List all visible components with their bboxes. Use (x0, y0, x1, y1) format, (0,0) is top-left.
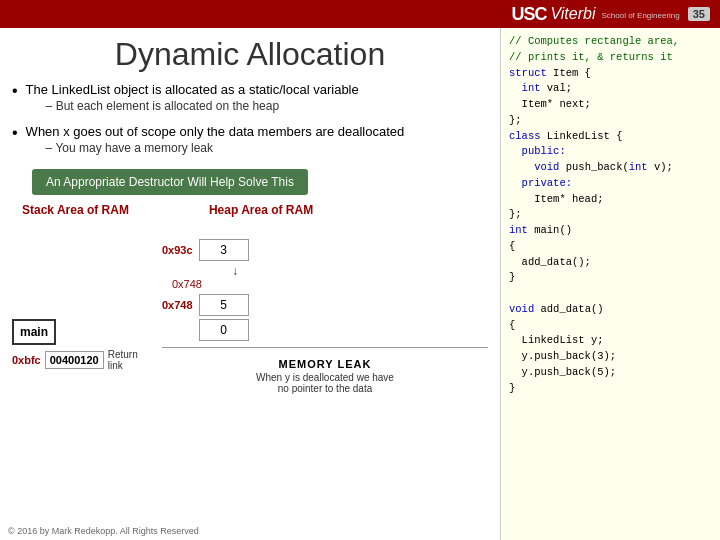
viterbi-text: Viterbi (550, 5, 595, 23)
code-line-17 (509, 286, 712, 302)
code-line-4: int val; (509, 81, 712, 97)
heap-cell-1: 3 (199, 239, 249, 261)
solve-button[interactable]: An Appropriate Destructor Will Help Solv… (32, 169, 308, 195)
code-line-2: // prints it, & returns it (509, 50, 712, 66)
code-line-14: { (509, 239, 712, 255)
stack-address: 0xbfc (12, 354, 41, 366)
school-text: School of Engineering (601, 11, 679, 20)
sub-bullet-2: You may have a memory leak (26, 141, 405, 155)
heap-addr-2-ref: 0x748 (172, 278, 488, 290)
code-line-8: public: (509, 144, 712, 160)
code-line-22: y.push_back(5); (509, 365, 712, 381)
heap-row-2: 0x748 5 (162, 294, 488, 316)
bullet-1: • The LinkedList object is allocated as … (12, 81, 488, 117)
memory-diagram: main 0xbfc 00400120 Return link 0x93c 3 (12, 229, 488, 394)
heap-row-1: 0x93c 3 (162, 239, 488, 261)
heap-cell-3: 5 (199, 294, 249, 316)
code-line-15: add_data(); (509, 255, 712, 271)
code-line-21: y.push_back(3); (509, 349, 712, 365)
usc-logo-area: USC Viterbi School of Engineering (511, 4, 679, 25)
stack-label: Stack Area of RAM (22, 203, 129, 217)
down-arrow-1: ↓ (232, 264, 488, 278)
code-line-13: int main() (509, 223, 712, 239)
heap-addr-1: 0x93c (162, 244, 193, 256)
usc-logo: USC (511, 4, 546, 25)
heap-area: 0x93c 3 ↓ 0x748 0x748 5 (162, 229, 488, 394)
code-line-9: void push_back(int v); (509, 160, 712, 176)
code-line-3: struct Item { (509, 66, 712, 82)
memory-leak-label: MEMORY LEAK (162, 358, 488, 370)
sub-bullet-1: But each element is allocated on the hea… (26, 99, 359, 113)
right-panel: // Computes rectangle area, // prints it… (500, 28, 720, 540)
heap-diagram-inner: 0x93c 3 ↓ 0x748 0x748 5 (162, 229, 488, 394)
code-line-19: { (509, 318, 712, 334)
page-title: Dynamic Allocation (12, 36, 488, 73)
main-box: main (12, 319, 56, 345)
code-line-10: private: (509, 176, 712, 192)
code-line-16: } (509, 270, 712, 286)
heap-cell-4: 0 (199, 319, 249, 341)
code-line-1: // Computes rectangle area, (509, 34, 712, 50)
code-line-7: class LinkedList { (509, 129, 712, 145)
memory-leak-desc: When y is deallocated we haveno pointer … (162, 372, 488, 394)
heap-label: Heap Area of RAM (209, 203, 313, 217)
bullet-text-2: When x goes out of scope only the data m… (26, 123, 405, 141)
main-content: Dynamic Allocation • The LinkedList obje… (0, 28, 720, 540)
bullet-text-1: The LinkedList object is allocated as a … (26, 81, 359, 99)
code-line-11: Item* head; (509, 192, 712, 208)
bullet-dot-1: • (12, 83, 18, 99)
stack-area: main 0xbfc 00400120 Return link (12, 229, 142, 394)
code-line-23: } (509, 381, 712, 397)
code-line-5: Item* next; (509, 97, 712, 113)
heap-row-4: 0x748 0 (162, 319, 488, 341)
address-row: 0xbfc 00400120 Return link (12, 349, 142, 371)
bullet-2: • When x goes out of scope only the data… (12, 123, 488, 159)
addr-box: 00400120 (45, 351, 104, 369)
code-line-20: LinkedList y; (509, 333, 712, 349)
footer: © 2016 by Mark Redekopp. All Rights Rese… (8, 526, 199, 536)
top-bar: USC Viterbi School of Engineering 35 (0, 0, 720, 28)
code-line-12: }; (509, 207, 712, 223)
return-link: Return link (108, 349, 142, 371)
code-line-6: }; (509, 113, 712, 129)
heap-addr-3: 0x748 (162, 299, 193, 311)
code-line-18: void add_data() (509, 302, 712, 318)
slide-number: 35 (688, 7, 710, 21)
bullet-dot-2: • (12, 125, 18, 141)
left-panel: Dynamic Allocation • The LinkedList obje… (0, 28, 500, 540)
